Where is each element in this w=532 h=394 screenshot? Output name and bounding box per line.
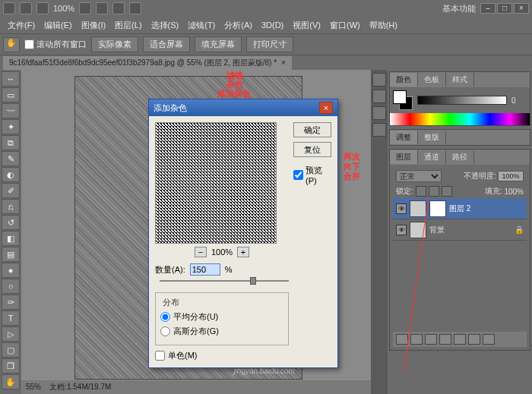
scroll-all-checkbox[interactable]: 滚动所有窗口 xyxy=(24,39,87,50)
bridge-icon[interactable] xyxy=(20,2,32,14)
tab-paths[interactable]: 路径 xyxy=(446,150,474,164)
arrange-icon[interactable] xyxy=(112,2,125,14)
3d-tool-icon[interactable]: ❒ xyxy=(2,358,20,374)
amount-input[interactable] xyxy=(190,263,220,276)
opacity-value[interactable]: 100% xyxy=(498,171,524,181)
amount-slider[interactable] xyxy=(160,277,289,285)
lock-pixels-icon[interactable] xyxy=(416,186,426,197)
history-brush-tool-icon[interactable]: ↺ xyxy=(2,215,20,230)
heal-tool-icon[interactable]: ◐ xyxy=(2,167,20,182)
visibility-icon[interactable]: 👁 xyxy=(396,203,407,214)
menu-filter[interactable]: 滤镜(T) xyxy=(183,20,220,31)
spine-icon-2[interactable] xyxy=(372,90,386,103)
new-layer-icon[interactable] xyxy=(468,334,480,345)
layer-row-2[interactable]: 👁 图层 2 xyxy=(393,198,527,219)
blur-tool-icon[interactable]: ● xyxy=(2,263,20,278)
document-tab[interactable]: 9c16fdfaaf51f3de8f6bd9dc95eef01f3b2979a8… xyxy=(3,56,292,70)
minibridge-icon[interactable] xyxy=(36,2,49,14)
status-zoom[interactable]: 55% xyxy=(26,383,41,391)
stamp-tool-icon[interactable]: ⎌ xyxy=(2,199,20,214)
spine-icon-4[interactable] xyxy=(372,123,386,137)
maximize-button[interactable]: □ xyxy=(497,3,512,14)
pen-tool-icon[interactable]: ✑ xyxy=(2,295,20,310)
grayscale-slider[interactable] xyxy=(417,96,507,105)
menu-image[interactable]: 图像(I) xyxy=(77,20,110,31)
type-tool-icon[interactable]: T xyxy=(2,310,20,326)
gaussian-radio[interactable]: 高斯分布(G) xyxy=(160,326,283,337)
fill-value[interactable]: 100% xyxy=(504,188,524,196)
color-ramp[interactable] xyxy=(390,113,530,125)
hand-tool-icon[interactable]: ✋ xyxy=(3,37,20,52)
dodge-tool-icon[interactable]: ○ xyxy=(2,279,20,294)
monochrome-input[interactable] xyxy=(155,351,165,361)
wand-tool-icon[interactable]: ✦ xyxy=(2,119,20,134)
close-button[interactable]: × xyxy=(514,3,529,14)
layer-mask-thumb[interactable] xyxy=(429,200,446,217)
menu-select[interactable]: 选择(S) xyxy=(147,20,184,31)
minimize-button[interactable]: – xyxy=(480,3,496,14)
monochrome-checkbox[interactable]: 单色(M) xyxy=(155,350,289,361)
zoom-in-button[interactable]: + xyxy=(237,247,249,257)
uniform-radio-input[interactable] xyxy=(160,312,170,322)
layer-thumb[interactable] xyxy=(410,200,426,217)
lock-all-icon[interactable] xyxy=(442,186,452,197)
fg-bg-swatch[interactable] xyxy=(393,90,413,110)
tab-adjustments[interactable]: 调整 xyxy=(390,131,418,144)
fit-screen-button[interactable]: 适合屏幕 xyxy=(143,36,190,52)
print-size-button[interactable]: 打印尺寸 xyxy=(246,36,293,52)
tab-close-icon[interactable]: × xyxy=(281,58,286,67)
menu-view[interactable]: 视图(V) xyxy=(288,20,325,31)
tab-styles[interactable]: 样式 xyxy=(446,73,474,87)
eraser-tool-icon[interactable]: ◧ xyxy=(2,231,20,246)
screen-mode-icon[interactable] xyxy=(129,2,141,14)
menu-file[interactable]: 文件(F) xyxy=(3,20,40,31)
tab-layers[interactable]: 图层 xyxy=(390,150,418,164)
menu-help[interactable]: 帮助(H) xyxy=(365,20,402,31)
preview-checkbox-input[interactable] xyxy=(293,170,303,180)
trash-icon[interactable] xyxy=(483,334,495,345)
reset-button[interactable]: 复位 xyxy=(293,142,331,157)
tab-masks[interactable]: 整版 xyxy=(418,131,446,144)
slider-handle[interactable] xyxy=(250,277,256,285)
crop-tool-icon[interactable]: ⧉ xyxy=(2,135,20,150)
shape-tool-icon[interactable]: ▢ xyxy=(2,342,20,358)
ok-button[interactable]: 确定 xyxy=(293,122,331,137)
gaussian-radio-input[interactable] xyxy=(160,326,170,336)
layer-name[interactable]: 背景 xyxy=(429,225,445,235)
menu-analysis[interactable]: 分析(A) xyxy=(220,20,257,31)
menu-layer[interactable]: 图层(L) xyxy=(110,20,146,31)
zoom-level[interactable]: 100% xyxy=(53,4,74,13)
move-tool-icon[interactable]: ↔ xyxy=(2,71,20,87)
menu-3d[interactable]: 3D(D) xyxy=(257,20,288,30)
visibility-icon[interactable]: 👁 xyxy=(396,225,407,235)
group-icon[interactable] xyxy=(454,334,466,345)
path-tool-icon[interactable]: ▷ xyxy=(2,326,20,342)
spine-icon-1[interactable] xyxy=(372,73,386,87)
hand-tool2-icon[interactable]: ✋ xyxy=(2,374,20,389)
menu-edit[interactable]: 编辑(E) xyxy=(40,20,77,31)
adjustment-layer-icon[interactable] xyxy=(439,334,451,345)
brush-tool-icon[interactable]: ✐ xyxy=(2,183,20,198)
fg-color-swatch[interactable] xyxy=(393,90,407,104)
layer-row-bg[interactable]: 👁 背景 🔒 xyxy=(393,219,527,241)
lock-position-icon[interactable] xyxy=(429,186,439,197)
dialog-close-icon[interactable]: × xyxy=(319,102,333,114)
lasso-tool-icon[interactable]: 〰 xyxy=(2,103,20,118)
marquee-tool-icon[interactable]: ▭ xyxy=(2,87,20,102)
actual-pixels-button[interactable]: 实际像素 xyxy=(91,36,138,52)
noise-preview[interactable] xyxy=(155,122,277,244)
fill-screen-button[interactable]: 填充屏幕 xyxy=(195,36,242,52)
mask-icon[interactable] xyxy=(425,334,437,345)
layer-name[interactable]: 图层 2 xyxy=(449,203,470,214)
tab-color[interactable]: 颜色 xyxy=(390,73,418,87)
scroll-all-input[interactable] xyxy=(24,39,34,49)
tab-swatches[interactable]: 色板 xyxy=(418,73,446,87)
eyedropper-tool-icon[interactable]: ✎ xyxy=(2,151,20,166)
dialog-titlebar[interactable]: 添加杂色 × xyxy=(149,99,337,116)
blend-mode-select[interactable]: 正常 xyxy=(396,170,442,182)
spine-icon-3[interactable] xyxy=(372,106,386,120)
rotate-icon[interactable] xyxy=(96,2,108,14)
link-layers-icon[interactable] xyxy=(396,334,408,345)
uniform-radio[interactable]: 平均分布(U) xyxy=(160,311,283,323)
tab-channels[interactable]: 通道 xyxy=(418,150,446,164)
